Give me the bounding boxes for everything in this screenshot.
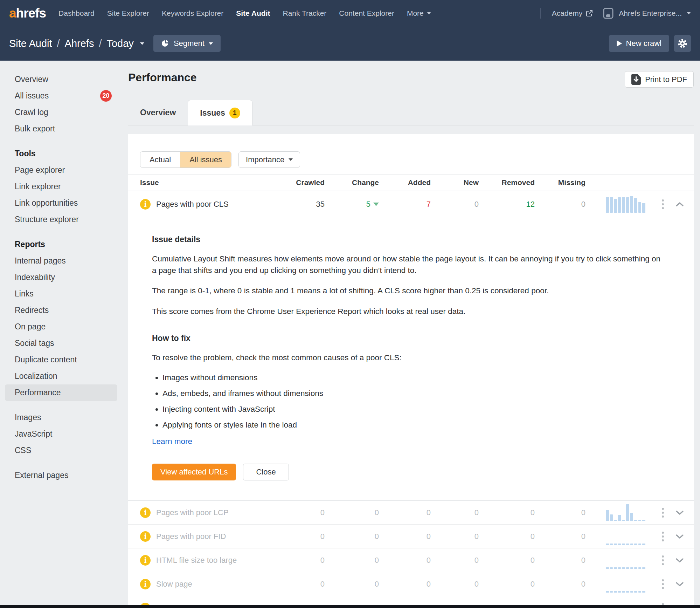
- column-header-removed[interactable]: Removed: [479, 178, 535, 187]
- issue-row-slow-page[interactable]: i Slow page 0 0 0 0 0 0: [128, 572, 694, 596]
- sidebar-item-localization[interactable]: Localization: [5, 368, 117, 384]
- nav-item-site-audit[interactable]: Site Audit: [236, 9, 270, 18]
- history-sparkline: [606, 196, 647, 213]
- segment-label: Segment: [174, 39, 205, 48]
- column-header-change[interactable]: Change: [325, 178, 379, 187]
- sidebar-item-external-pages[interactable]: External pages: [5, 467, 117, 484]
- learn-more-link[interactable]: Learn more: [152, 437, 192, 446]
- crawled-value: 0: [293, 556, 325, 565]
- breadcrumb-crawl-date[interactable]: Today: [106, 38, 133, 49]
- sidebar-item-duplicate-content[interactable]: Duplicate content: [5, 351, 117, 368]
- row-menu-button[interactable]: [660, 577, 666, 591]
- expand-chevron-icon[interactable]: [674, 580, 685, 588]
- primary-nav: Dashboard Site Explorer Keywords Explore…: [58, 9, 431, 18]
- expand-chevron-icon[interactable]: [674, 556, 685, 564]
- print-to-pdf-button[interactable]: Print to PDF: [625, 71, 694, 88]
- sidebar-item-label: Indexability: [15, 273, 112, 282]
- account-name: Ahrefs Enterprise...: [619, 9, 682, 18]
- issue-row-pages-with-poor-cls[interactable]: i Pages with poor CLS 35 5 7 0 12 0: [128, 191, 694, 217]
- sidebar-item-label: Link opportunities: [15, 198, 112, 208]
- issue-row-pages-with-poor-fid[interactable]: i Pages with poor FID 0 0 0 0 0 0: [128, 524, 694, 548]
- collapse-chevron-icon[interactable]: [674, 200, 685, 208]
- info-icon[interactable]: i: [140, 507, 151, 518]
- expand-chevron-icon[interactable]: [674, 509, 685, 517]
- academy-label: Academy: [552, 9, 583, 18]
- column-header-new[interactable]: New: [431, 178, 479, 187]
- sidebar-item-indexability[interactable]: Indexability: [5, 269, 117, 286]
- tabs: Overview Issues 1: [128, 100, 694, 125]
- sidebar-item-label: CSS: [15, 446, 112, 455]
- info-icon[interactable]: i: [140, 199, 151, 210]
- row-menu-button[interactable]: [660, 553, 666, 567]
- added-value: 0: [379, 532, 431, 541]
- sidebar-item-bulk-export[interactable]: Bulk export: [5, 121, 117, 137]
- sidebar-item-links[interactable]: Links: [5, 286, 117, 302]
- column-header-crawled[interactable]: Crawled: [293, 178, 325, 187]
- sidebar-item-page-explorer[interactable]: Page explorer: [5, 162, 117, 178]
- tab-issues[interactable]: Issues 1: [188, 100, 252, 125]
- breadcrumb-project[interactable]: Ahrefs: [65, 38, 94, 49]
- close-button[interactable]: Close: [243, 464, 289, 480]
- sidebar-item-crawl-log[interactable]: Crawl log: [5, 104, 117, 121]
- nav-item-rank-tracker[interactable]: Rank Tracker: [283, 9, 326, 18]
- breadcrumb-site-audit[interactable]: Site Audit: [9, 38, 52, 49]
- row-menu-button[interactable]: [660, 197, 666, 211]
- sidebar-item-images[interactable]: Images: [5, 409, 117, 426]
- ahrefs-logo[interactable]: ahrefs: [9, 6, 46, 21]
- how-to-fix-heading: How to fix: [152, 334, 673, 343]
- row-menu-button[interactable]: [660, 601, 666, 605]
- account-menu[interactable]: Ahrefs Enterprise...: [603, 7, 691, 19]
- sidebar-item-overview[interactable]: Overview: [5, 71, 117, 88]
- issue-row-not-compressed[interactable]: i Not compressed 0 0 0 0 0 0: [128, 596, 694, 605]
- view-affected-urls-button[interactable]: View affected URLs: [152, 464, 236, 480]
- issue-row-pages-with-poor-lcp[interactable]: i Pages with poor LCP 0 0 0 0 0 0: [128, 500, 694, 524]
- importance-dropdown[interactable]: Importance: [238, 151, 300, 168]
- crawled-value: 0: [293, 508, 325, 517]
- filter-all-issues-button[interactable]: All issues: [180, 152, 231, 168]
- nav-item-site-explorer[interactable]: Site Explorer: [107, 9, 149, 18]
- chevron-down-icon: [427, 12, 431, 14]
- pie-chart-icon: [161, 39, 169, 48]
- logo-a: a: [9, 6, 16, 20]
- sidebar-gap: [0, 137, 117, 145]
- new-crawl-button[interactable]: New crawl: [609, 35, 669, 52]
- column-header-added[interactable]: Added: [379, 178, 431, 187]
- sidebar-item-link-opportunities[interactable]: Link opportunities: [5, 195, 117, 211]
- sidebar-item-css[interactable]: CSS: [5, 442, 117, 459]
- info-icon[interactable]: i: [140, 579, 151, 589]
- row-menu-button[interactable]: [660, 530, 666, 544]
- info-icon[interactable]: i: [140, 555, 151, 566]
- sidebar-item-internal-pages[interactable]: Internal pages: [5, 253, 117, 269]
- column-header-missing[interactable]: Missing: [535, 178, 585, 187]
- expand-chevron-icon[interactable]: [674, 533, 685, 540]
- sidebar-item-social-tags[interactable]: Social tags: [5, 335, 117, 351]
- sidebar-item-structure-explorer[interactable]: Structure explorer: [5, 211, 117, 228]
- tab-overview[interactable]: Overview: [128, 100, 188, 125]
- nav-item-dashboard[interactable]: Dashboard: [58, 9, 95, 18]
- sidebar-item-redirects[interactable]: Redirects: [5, 302, 117, 319]
- sidebar-item-javascript[interactable]: JavaScript: [5, 426, 117, 442]
- sidebar-item-performance[interactable]: Performance: [5, 384, 117, 401]
- filter-actual-button[interactable]: Actual: [140, 152, 180, 168]
- sidebar-item-link-explorer[interactable]: Link explorer: [5, 178, 117, 195]
- sidebar-gap: [0, 401, 117, 409]
- column-header-issue[interactable]: Issue: [140, 178, 293, 187]
- academy-link[interactable]: Academy: [552, 9, 593, 18]
- external-link-icon: [586, 10, 593, 17]
- settings-button[interactable]: [674, 35, 691, 52]
- nav-item-more[interactable]: More: [407, 9, 431, 18]
- missing-value: 0: [535, 556, 585, 565]
- toolbar-right-group: New crawl: [609, 35, 691, 52]
- sidebar-item-label: Performance: [15, 388, 112, 397]
- removed-value: 0: [479, 508, 535, 517]
- issue-row-html-file-size-too-large[interactable]: i HTML file size too large 0 0 0 0 0 0: [128, 548, 694, 572]
- sidebar-item-on-page[interactable]: On page: [5, 319, 117, 335]
- sidebar-item-all-issues[interactable]: All issues 20: [5, 88, 117, 104]
- row-menu-button[interactable]: [660, 506, 666, 520]
- detail-buttons: View affected URLs Close: [152, 464, 673, 480]
- nav-item-content-explorer[interactable]: Content Explorer: [339, 9, 394, 18]
- issue-label: Pages with poor FID: [156, 532, 226, 541]
- nav-item-keywords-explorer[interactable]: Keywords Explorer: [162, 9, 223, 18]
- segment-button[interactable]: Segment: [153, 35, 221, 52]
- info-icon[interactable]: i: [140, 531, 151, 542]
